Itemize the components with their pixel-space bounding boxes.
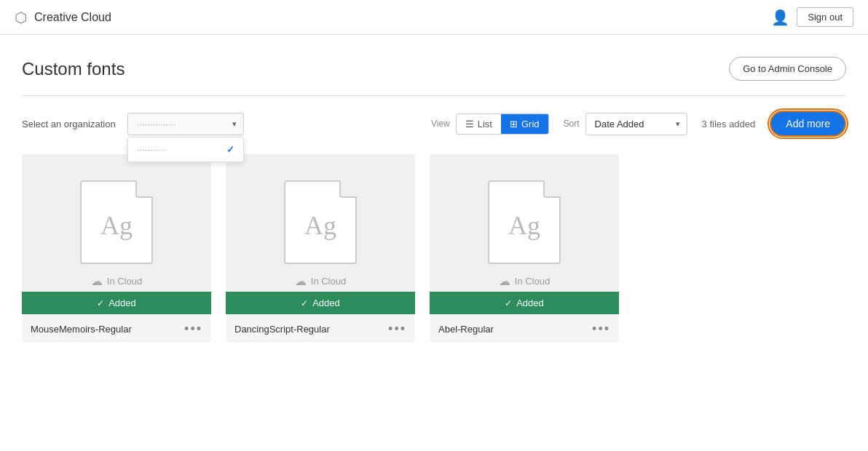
font-file-icon: Ag [488,180,561,264]
grid-view-button[interactable]: ⊞ Grid [501,114,548,134]
cloud-icon: ☁ [295,274,307,288]
font-status-text: In Cloud [515,276,550,287]
added-badge: ✓ Added [22,292,211,314]
creative-cloud-logo-icon: ⬡ [15,9,27,26]
font-file-icon: Ag [284,180,357,264]
view-group: View ☰ List ⊞ Grid [431,113,549,135]
org-select[interactable]: ··············· [127,113,244,135]
font-status-text: In Cloud [311,276,346,287]
font-card-inner: Ag ☁ In Cloud ✓ Added MouseMemoirs-Regul… [22,154,211,343]
add-more-button[interactable]: Add more [770,111,846,137]
user-icon: 👤 [771,9,789,26]
page-content: Custom fonts Go to Admin Console Select … [0,35,868,357]
added-label: Added [516,298,544,308]
sign-out-button[interactable]: Sign out [797,7,853,27]
font-preview: Ag ☁ In Cloud ✓ Added [226,154,415,314]
app-header: ⬡ Creative Cloud 👤 Sign out [0,0,868,35]
page-header: Custom fonts Go to Admin Console [22,57,846,81]
org-select-wrapper: ··············· ▾ ··········· ✓ [127,113,244,135]
added-label: Added [312,298,340,308]
added-check-icon: ✓ [301,298,308,308]
view-sort-group: View ☰ List ⊞ Grid Sort Date Added [431,111,846,137]
header-divider [22,95,846,96]
view-label: View [431,119,450,129]
font-footer: MouseMemoirs-Regular ••• [22,314,211,343]
font-cloud-status: ☁ In Cloud [499,274,550,288]
font-cloud-status: ☁ In Cloud [295,274,346,288]
added-check-icon: ✓ [505,298,512,308]
font-name: Abel-Regular [438,324,494,335]
app-title: Creative Cloud [34,11,111,24]
list-view-button[interactable]: ☰ List [457,114,501,134]
view-toggle: ☰ List ⊞ Grid [456,113,549,135]
font-name: MouseMemoirs-Regular [31,324,132,335]
font-grid: Ag ☁ In Cloud ✓ Added MouseMemoirs-Regul… [22,154,846,343]
font-preview: Ag ☁ In Cloud ✓ Added [22,154,211,314]
header-right: 👤 Sign out [771,7,853,27]
org-dropdown-item[interactable]: ··········· ✓ [128,137,243,161]
font-card[interactable]: Ag ☁ In Cloud ✓ Added Abel-Regular ••• [430,154,619,343]
font-name: DancingScript-Regular [234,324,330,335]
font-ag-text: Ag [304,210,336,241]
font-ag-text: Ag [508,210,540,241]
font-menu-button[interactable]: ••• [388,322,406,337]
org-select-label: Select an organization [22,119,116,129]
added-badge: ✓ Added [226,292,415,314]
sort-wrapper: Date Added ▾ [585,113,687,135]
font-card[interactable]: Ag ☁ In Cloud ✓ Added MouseMemoirs-Regul… [22,154,211,343]
list-icon: ☰ [465,119,474,129]
font-footer: DancingScript-Regular ••• [226,314,415,343]
sort-group: Sort Date Added ▾ [564,113,687,135]
files-count: 3 files added [702,119,756,129]
font-card-inner: Ag ☁ In Cloud ✓ Added Abel-Regular ••• [430,154,619,343]
cloud-icon: ☁ [499,274,510,288]
grid-icon: ⊞ [510,119,518,129]
font-ag-text: Ag [100,210,133,241]
added-check-icon: ✓ [97,298,104,308]
font-cloud-status: ☁ In Cloud [91,274,142,288]
font-card-inner: Ag ☁ In Cloud ✓ Added DancingScript-Regu… [226,154,415,343]
font-file-icon: Ag [80,180,153,264]
org-dropdown-item-label: ··········· [137,144,166,155]
added-label: Added [108,298,136,308]
header-left: ⬡ Creative Cloud [15,9,111,26]
font-menu-button[interactable]: ••• [184,322,202,337]
sort-select[interactable]: Date Added [585,113,687,135]
font-preview: Ag ☁ In Cloud ✓ Added [430,154,619,314]
font-status-text: In Cloud [107,276,142,287]
org-dropdown: ··········· ✓ [127,137,244,162]
dropdown-check-icon: ✓ [226,144,234,155]
cloud-icon: ☁ [91,274,103,288]
sort-label: Sort [564,119,580,129]
toolbar: Select an organization ··············· ▾… [22,111,846,137]
font-footer: Abel-Regular ••• [430,314,619,343]
page-title: Custom fonts [22,59,125,79]
font-menu-button[interactable]: ••• [592,322,610,337]
added-badge: ✓ Added [430,292,619,314]
admin-console-button[interactable]: Go to Admin Console [729,57,846,81]
font-card[interactable]: Ag ☁ In Cloud ✓ Added DancingScript-Regu… [226,154,415,343]
